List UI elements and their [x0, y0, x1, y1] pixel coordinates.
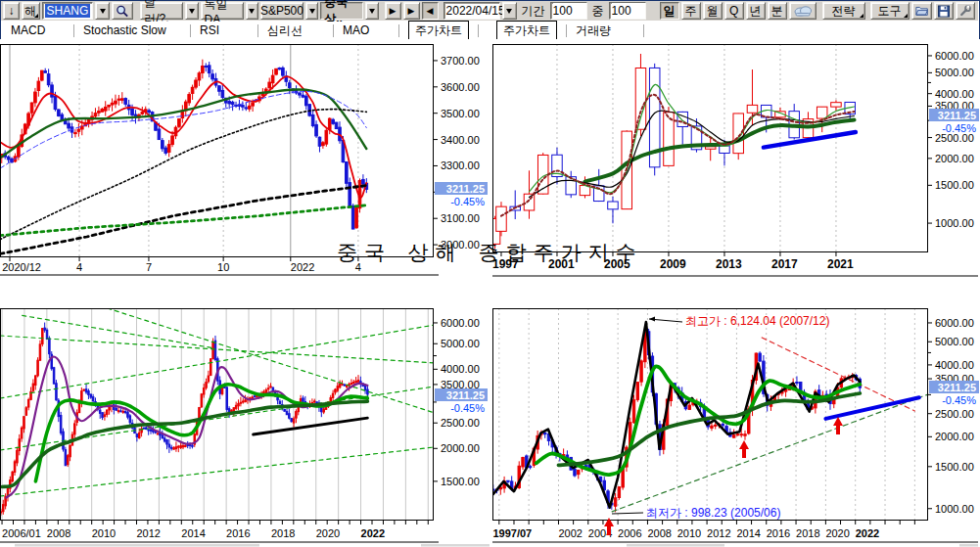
y-axis-label: 2500.00 — [935, 408, 974, 420]
symbol-tab-1[interactable]: 독일DA.. — [201, 2, 244, 20]
count-input[interactable] — [612, 3, 645, 19]
search-icon — [116, 4, 129, 19]
tab-left-4[interactable]: MAO — [341, 22, 392, 39]
current-price-value: 3211.25 — [446, 389, 485, 401]
symbol-tab-2[interactable]: S&P500 — [260, 2, 303, 20]
chevron-down-icon — [189, 9, 195, 14]
tools-button[interactable]: 도구 — [870, 2, 910, 20]
price-change-value: -0.45% — [942, 122, 976, 134]
y-axis-label: 2000.00 — [935, 431, 974, 442]
plot-border — [493, 309, 928, 521]
charts-area: 3700.003600.003500.003400.003300.003100.… — [0, 39, 980, 547]
symbol-tab-3-dropdown-button[interactable] — [365, 2, 378, 20]
scrollbar-remnant — [959, 544, 978, 547]
scrollbar-remnant — [421, 544, 490, 547]
interval-button-주[interactable]: 주 — [681, 2, 701, 20]
symbol-combobox[interactable]: SHANG — [42, 2, 94, 20]
indicator-tabs-row: MACDStochastic SlowRSI심리선MAO주가차트주가차트거래량 — [1, 22, 978, 39]
price-change-value: -0.45% — [450, 196, 485, 207]
tab-separator — [398, 24, 399, 37]
x-axis-label: 2008 — [647, 527, 671, 539]
indicator-group-right: 주가차트거래량 — [494, 22, 651, 39]
open-file-button[interactable] — [911, 2, 932, 20]
y-axis-label: 1000.00 — [935, 503, 974, 515]
x-axis-label: 2002 — [558, 527, 582, 539]
cloud-icon — [793, 5, 813, 17]
x-axis-label: 2014 — [181, 527, 205, 539]
date-dropdown-button[interactable] — [502, 2, 517, 20]
line-ma-240 — [0, 110, 366, 240]
wrench-icon — [959, 4, 971, 18]
y-axis-label: 1500.00 — [935, 461, 974, 473]
y-axis-label: 6000.00 — [441, 317, 480, 329]
settings-button[interactable] — [956, 2, 975, 20]
nav-button-0[interactable]: ▶ — [385, 2, 401, 20]
x-axis-label: 2010 — [677, 527, 701, 539]
overseas-button[interactable]: 해 — [22, 2, 40, 20]
interval-button-Q[interactable]: Q — [724, 2, 744, 20]
period-input[interactable] — [553, 3, 586, 19]
scroll-down-button[interactable]: ↓ — [3, 2, 20, 20]
period-input-wrap — [550, 2, 587, 20]
chevron-down-icon — [506, 9, 512, 14]
open-folder-icon — [915, 5, 928, 17]
symbol-tab-0-dropdown-button[interactable] — [185, 2, 198, 20]
tab-left-1[interactable]: Stochastic Slow — [81, 22, 183, 39]
symbol-tab-3[interactable]: 중국상.. — [320, 2, 363, 20]
tab-left-0[interactable]: MACD — [9, 22, 67, 39]
chart-quarterly[interactable]: 6000.005000.004000.003500.002500.002000.… — [492, 308, 979, 539]
y-axis-label: 6000.00 — [935, 50, 974, 62]
nav-button-1[interactable]: ▶ — [403, 2, 420, 20]
tab-right-1[interactable]: 거래량 — [574, 21, 636, 41]
y-axis-label: 3300.00 — [441, 160, 480, 171]
y-axis-label: 3700.00 — [441, 55, 480, 67]
y-axis-label: 1500.00 — [441, 476, 480, 487]
scrollbar-remnant — [15, 544, 259, 547]
chart-yearly[interactable]: 6000.005000.004000.003500.002500.002000.… — [490, 44, 979, 271]
x-axis-label: 2012 — [707, 527, 730, 539]
tab-separator — [333, 24, 334, 37]
tab-separator — [73, 24, 74, 37]
tab-right-0[interactable]: 주가차트 — [496, 21, 557, 41]
interval-button-년[interactable]: 년 — [746, 2, 766, 20]
current-price-value: 3211.25 — [938, 382, 976, 393]
tab-left-2[interactable]: RSI — [198, 22, 251, 39]
interval-button-일[interactable]: 일 — [660, 2, 679, 20]
symbol-tab-0[interactable]: 달러/?. — [140, 2, 183, 20]
save-button[interactable] — [934, 2, 954, 20]
tab-separator — [643, 24, 644, 37]
line-trendline-black — [254, 418, 368, 434]
tab-separator — [257, 24, 258, 37]
y-axis-label: 3100.00 — [441, 212, 480, 224]
nav-button-2[interactable]: ◀ — [422, 2, 439, 20]
marker-up-arrow — [739, 440, 749, 458]
symbol-tab-2-dropdown-button[interactable] — [305, 2, 318, 20]
symbol-search-button[interactable] — [112, 2, 133, 20]
interval-button-월[interactable]: 월 — [703, 2, 723, 20]
interval-button-분[interactable]: 분 — [768, 2, 787, 20]
y-axis-label: 3500.00 — [441, 108, 480, 119]
y-axis-label: 5000.00 — [935, 67, 974, 78]
current-price-value: 3211.25 — [938, 110, 976, 121]
tab-left-5[interactable]: 주가차트 — [408, 21, 469, 41]
scrollbar-remnant — [627, 544, 724, 547]
chart-monthly[interactable]: 6000.005000.004000.003500.002500.002000.… — [0, 308, 488, 539]
app-window: ↓해SHANG달러/?.독일DA..S&P500중국상..▶▶◀2022/04/… — [0, 0, 980, 547]
symbol-tab-1-dropdown-button[interactable] — [246, 2, 258, 20]
strategy-button[interactable]: 전략 — [822, 2, 865, 20]
indicator-group-left: MACDStochastic SlowRSI심리선MAO주가차트 — [9, 22, 486, 39]
y-axis-label: 5000.00 — [441, 338, 480, 349]
y-axis-label: 6000.00 — [935, 317, 974, 329]
symbol-combobox-dropdown-button[interactable] — [95, 2, 110, 20]
date-field[interactable]: 2022/04/15 — [443, 2, 500, 20]
x-axis-label: 2006/01 — [2, 527, 41, 539]
chevron-down-icon — [249, 9, 255, 14]
chart-canvas[interactable]: 3700.003600.003500.003400.003300.003100.… — [0, 39, 980, 547]
y-axis-label: 1000.00 — [935, 217, 974, 229]
weather-button[interactable] — [789, 2, 817, 20]
current-price-value: 3211.25 — [446, 183, 485, 195]
tab-separator — [190, 24, 191, 37]
x-axis-label: 2022 — [856, 527, 879, 539]
tab-left-3[interactable]: 심리선 — [265, 21, 326, 41]
count-input-wrap — [609, 2, 646, 20]
